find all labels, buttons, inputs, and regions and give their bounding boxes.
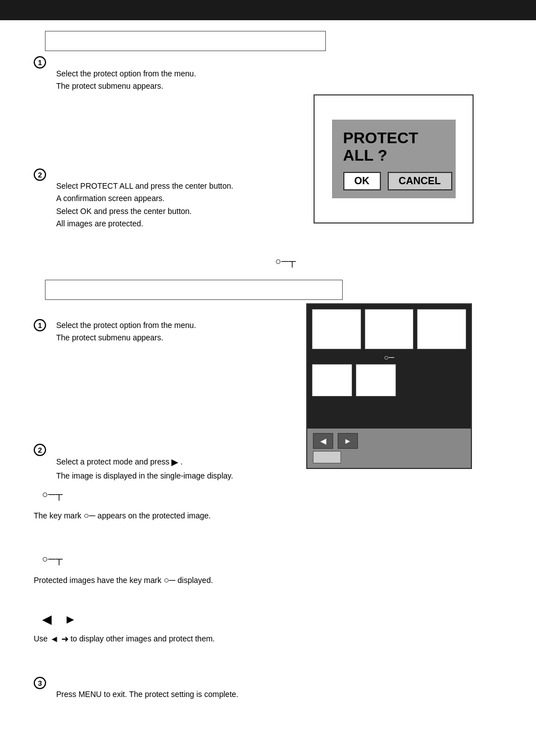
protect-cancel-button[interactable]: CANCEL [388, 172, 452, 190]
thumb-cell-3 [417, 309, 466, 349]
thumb-cell-4 [312, 364, 352, 397]
protect-dialog-inner: PROTECT ALL ? OK CANCEL [332, 120, 456, 199]
left-arrow-icon: ◀ [42, 612, 52, 626]
mid-input-container [45, 280, 343, 300]
thumb-nav-confirm-btn[interactable] [313, 451, 341, 463]
step-circle-1-top: 1 [34, 51, 46, 69]
step1-text: Select the protect option from the menu.… [56, 62, 298, 93]
step-circle-3: 3 [34, 671, 46, 689]
thumb-key-row: ○─ [307, 352, 471, 364]
circle-label-mid-1: 1 [34, 319, 46, 331]
right-arrow-icon: ► [64, 612, 76, 626]
step-circle-2-top: 2 [34, 163, 46, 181]
step-bot-text: Press MENU to exit. The protect setting … [56, 682, 331, 700]
left-arrow-text: ◄ [50, 632, 59, 646]
thumb-nav-row-1: ◀ ► [313, 433, 465, 449]
step-circle-1-mid: 1 [34, 313, 46, 331]
key-icon-inline1: ○─ [84, 511, 96, 520]
step-mid4-description: Protected images have the key mark ○─ di… [34, 573, 309, 588]
step1-description: Select the protect option from the menu.… [56, 67, 298, 93]
thumb-cell-2 [365, 309, 414, 349]
circle-label-1: 1 [34, 56, 46, 69]
protect-ok-button[interactable]: OK [343, 172, 381, 190]
step-mid5-text: Use ◄ ➜ to display other images and prot… [34, 626, 309, 646]
protect-dialog: PROTECT ALL ? OK CANCEL [314, 94, 474, 224]
thumb-row-1 [307, 304, 471, 352]
circle-label-2: 2 [34, 168, 46, 181]
key-icon-mid2: ○─┬ [42, 489, 62, 500]
key-symbol-mid3: ○─┬ [42, 553, 62, 565]
step-mid2-text: Select a protect mode and press ▶ . The … [56, 449, 292, 482]
step2-text: Select PROTECT ALL and press the center … [56, 174, 298, 230]
key-symbol-mid2: ○─┬ [42, 489, 62, 500]
protect-dialog-buttons: OK CANCEL [343, 172, 452, 190]
thumb-nav-right-btn[interactable]: ► [338, 433, 358, 449]
header-bar [0, 0, 536, 20]
key-icon-top: ○─┬ [275, 256, 296, 267]
protect-dialog-title: PROTECT ALL ? [343, 130, 419, 165]
arrow-icon-mid2: ▶ [171, 455, 178, 470]
thumb-grid-dialog: ○─ ◀ ► [306, 303, 472, 469]
step-mid2-description: Select a protect mode and press ▶ . The … [56, 455, 292, 482]
step-bot-description: Press MENU to exit. The protect setting … [56, 688, 331, 700]
nav-arrows-row: ◀ ► [42, 612, 76, 627]
top-input-bar [45, 31, 326, 51]
key-icon-inline2: ○─ [163, 575, 175, 585]
step-mid4-text: Protected images have the key mark ○─ di… [34, 567, 309, 588]
step-mid3-description: The key mark ○─ appears on the protected… [34, 508, 309, 523]
step2-description: Select PROTECT ALL and press the center … [56, 180, 298, 230]
key-symbol-divider: ○─┬ [275, 256, 296, 267]
top-input-container [45, 31, 326, 51]
thumb-cell-5 [356, 364, 396, 397]
circle-label-3: 3 [34, 677, 46, 689]
thumb-nav-row-2 [313, 451, 465, 463]
circle-label-mid-2: 2 [34, 444, 46, 456]
step-mid5-description: Use ◄ ➜ to display other images and prot… [34, 632, 309, 646]
step-circle-2-mid: 2 [34, 438, 46, 456]
thumb-key-icon: ○─ [312, 353, 466, 362]
step-mid1-text: Select the protect option from the menu.… [56, 313, 292, 344]
thumb-cell-1 [312, 309, 361, 349]
key-icon-mid3: ○─┬ [42, 553, 62, 564]
step-mid3-text: The key mark ○─ appears on the protected… [34, 503, 309, 523]
thumb-row-2 [307, 364, 471, 399]
mid-input-bar [45, 280, 343, 300]
thumb-nav-bar: ◀ ► [307, 429, 471, 468]
thumb-nav-left-btn[interactable]: ◀ [313, 433, 333, 449]
right-arrow-text: ➜ [61, 632, 69, 646]
step-mid1-description: Select the protect option from the menu.… [56, 319, 292, 344]
